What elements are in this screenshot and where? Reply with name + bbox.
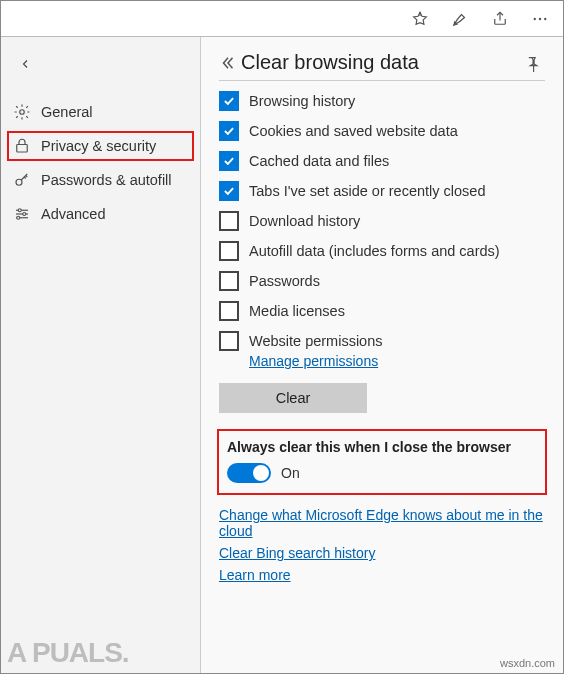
key-icon [13,171,31,189]
manage-permissions-link[interactable]: Manage permissions [249,353,378,369]
sidebar-item-label: Advanced [41,206,106,222]
more-icon [531,10,549,28]
gear-icon [13,103,31,121]
always-clear-toggle-row: On [227,463,537,483]
lock-icon [13,137,31,155]
option-label: Cookies and saved website data [249,123,458,139]
checkbox[interactable] [219,331,239,351]
bing-history-link[interactable]: Clear Bing search history [219,545,545,561]
panel-header: Clear browsing data [219,51,545,74]
option-label: Tabs I've set aside or recently closed [249,183,486,199]
share-icon [491,10,509,28]
checkbox[interactable] [219,181,239,201]
settings-window: General Privacy & security Passwords & a… [0,0,564,674]
svg-point-12 [17,216,20,219]
favorites-button[interactable] [405,4,435,34]
option-label: Download history [249,213,360,229]
clear-button[interactable]: Clear [219,383,367,413]
checkbox[interactable] [219,211,239,231]
option-label: Cached data and files [249,153,389,169]
collapse-sidebar-button[interactable] [13,51,39,77]
chevron-left-icon [20,57,32,71]
option-row: Media licenses [219,301,545,321]
svg-point-4 [20,110,25,115]
option-row: Tabs I've set aside or recently closed [219,181,545,201]
option-row: Website permissions [219,331,545,351]
svg-point-11 [23,213,26,216]
svg-rect-5 [17,145,28,153]
learn-more-link[interactable]: Learn more [219,567,545,583]
sidebar-item-label: Privacy & security [41,138,156,154]
sidebar-item-advanced[interactable]: Advanced [1,197,200,231]
checkbox[interactable] [219,301,239,321]
sidebar-item-label: General [41,104,93,120]
svg-point-6 [16,179,22,185]
sidebar-item-label: Passwords & autofill [41,172,172,188]
svg-point-1 [534,17,536,19]
body: General Privacy & security Passwords & a… [1,37,563,673]
checkbox[interactable] [219,91,239,111]
option-row: Download history [219,211,545,231]
title-bar [1,1,563,37]
checkbox[interactable] [219,121,239,141]
back-button[interactable] [219,54,241,72]
svg-point-2 [539,17,541,19]
option-label: Website permissions [249,333,383,349]
pin-icon [523,54,541,72]
pen-icon [451,10,469,28]
options-list: Browsing historyCookies and saved websit… [219,91,545,351]
always-clear-toggle[interactable] [227,463,271,483]
option-row: Cookies and saved website data [219,121,545,141]
change-cloud-link[interactable]: Change what Microsoft Edge knows about m… [219,507,545,539]
option-row: Cached data and files [219,151,545,171]
sidebar: General Privacy & security Passwords & a… [1,37,201,673]
option-label: Passwords [249,273,320,289]
sidebar-item-privacy-security[interactable]: Privacy & security [7,131,194,161]
option-label: Media licenses [249,303,345,319]
checkbox[interactable] [219,271,239,291]
checkbox[interactable] [219,151,239,171]
svg-point-10 [18,209,21,212]
pin-button[interactable] [523,54,545,72]
more-button[interactable] [525,4,555,34]
watermark: A PUALS. [7,637,129,669]
option-row: Passwords [219,271,545,291]
toggle-state-label: On [281,465,300,481]
share-button[interactable] [485,4,515,34]
sliders-icon [13,205,31,223]
divider [219,80,545,81]
always-clear-section: Always clear this when I close the brows… [219,431,545,493]
sidebar-item-passwords-autofill[interactable]: Passwords & autofill [1,163,200,197]
option-row: Browsing history [219,91,545,111]
toggle-knob [253,465,269,481]
star-icon [411,10,429,28]
bottom-links: Change what Microsoft Edge knows about m… [219,507,545,583]
option-label: Autofill data (includes forms and cards) [249,243,500,259]
option-row: Autofill data (includes forms and cards) [219,241,545,261]
ink-button[interactable] [445,4,475,34]
option-label: Browsing history [249,93,355,109]
checkbox[interactable] [219,241,239,261]
always-clear-heading: Always clear this when I close the brows… [227,439,537,455]
main-panel: Clear browsing data Browsing historyCook… [201,37,563,673]
sidebar-item-general[interactable]: General [1,95,200,129]
credit: wsxdn.com [500,657,555,669]
svg-point-3 [544,17,546,19]
chevron-double-left-icon [219,54,237,72]
clear-button-label: Clear [276,390,311,406]
panel-title: Clear browsing data [241,51,523,74]
